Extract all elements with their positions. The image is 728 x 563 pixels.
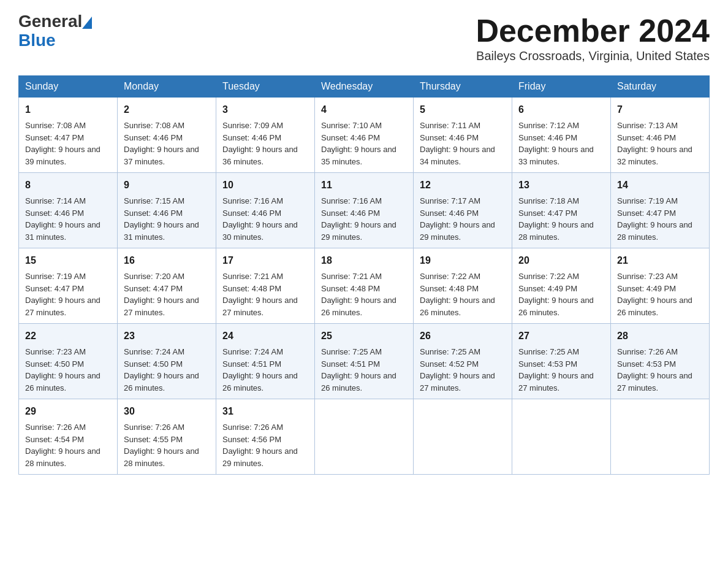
sunrise-text: Sunrise: 7:26 AM	[617, 347, 678, 356]
calendar-cell: 1 Sunrise: 7:08 AM Sunset: 4:47 PM Dayli…	[19, 98, 118, 173]
sunset-text: Sunset: 4:46 PM	[420, 209, 479, 218]
sunset-text: Sunset: 4:48 PM	[420, 284, 479, 293]
week-row-2: 8 Sunrise: 7:14 AM Sunset: 4:46 PM Dayli…	[19, 173, 710, 248]
sunrise-text: Sunrise: 7:24 AM	[124, 347, 184, 356]
calendar-cell: 27 Sunrise: 7:25 AM Sunset: 4:53 PM Dayl…	[512, 324, 611, 399]
sunset-text: Sunset: 4:46 PM	[518, 133, 577, 142]
calendar-cell: 3 Sunrise: 7:09 AM Sunset: 4:46 PM Dayli…	[216, 98, 315, 173]
day-number: 2	[124, 102, 210, 117]
sunrise-text: Sunrise: 7:26 AM	[25, 423, 86, 432]
day-number: 21	[617, 253, 703, 268]
day-number: 14	[617, 178, 703, 193]
sunset-text: Sunset: 4:46 PM	[25, 209, 84, 218]
sunset-text: Sunset: 4:47 PM	[25, 133, 84, 142]
day-number: 5	[420, 102, 506, 117]
daylight-text: Daylight: 9 hours and 26 minutes.	[518, 296, 594, 317]
day-number: 17	[222, 253, 308, 268]
daylight-text: Daylight: 9 hours and 29 minutes.	[420, 220, 495, 242]
weekday-header-row: Sunday Monday Tuesday Wednesday Thursday…	[19, 76, 710, 98]
sunset-text: Sunset: 4:56 PM	[222, 435, 281, 444]
calendar-cell: 10 Sunrise: 7:16 AM Sunset: 4:46 PM Dayl…	[216, 173, 315, 248]
week-row-5: 29 Sunrise: 7:26 AM Sunset: 4:54 PM Dayl…	[19, 399, 710, 475]
day-number: 19	[420, 253, 506, 268]
daylight-text: Daylight: 9 hours and 29 minutes.	[321, 220, 396, 242]
calendar-cell: 6 Sunrise: 7:12 AM Sunset: 4:46 PM Dayli…	[512, 98, 611, 173]
sunrise-text: Sunrise: 7:08 AM	[25, 121, 86, 130]
daylight-text: Daylight: 9 hours and 27 minutes.	[222, 296, 298, 317]
sunrise-text: Sunrise: 7:26 AM	[222, 423, 283, 432]
sunset-text: Sunset: 4:47 PM	[124, 284, 183, 293]
daylight-text: Daylight: 9 hours and 27 minutes.	[25, 296, 100, 317]
sunset-text: Sunset: 4:52 PM	[420, 359, 479, 369]
day-number: 22	[25, 329, 111, 343]
calendar-cell: 19 Sunrise: 7:22 AM Sunset: 4:48 PM Dayl…	[414, 248, 512, 324]
day-number: 25	[321, 329, 407, 343]
sunrise-text: Sunrise: 7:19 AM	[617, 196, 678, 205]
day-number: 4	[321, 102, 407, 117]
daylight-text: Daylight: 9 hours and 28 minutes.	[124, 446, 199, 468]
daylight-text: Daylight: 9 hours and 28 minutes.	[25, 446, 100, 468]
sunset-text: Sunset: 4:48 PM	[321, 284, 380, 293]
daylight-text: Daylight: 9 hours and 27 minutes.	[518, 371, 594, 393]
sunrise-text: Sunrise: 7:21 AM	[222, 272, 283, 281]
daylight-text: Daylight: 9 hours and 26 minutes.	[420, 296, 495, 317]
daylight-text: Daylight: 9 hours and 26 minutes.	[617, 296, 692, 317]
sunrise-text: Sunrise: 7:18 AM	[518, 196, 579, 205]
month-title: December 2024	[476, 12, 710, 49]
calendar-cell	[611, 399, 710, 475]
sunset-text: Sunset: 4:50 PM	[124, 359, 183, 369]
week-row-3: 15 Sunrise: 7:19 AM Sunset: 4:47 PM Dayl…	[19, 248, 710, 324]
logo: General Blue	[18, 12, 92, 50]
sunrise-text: Sunrise: 7:16 AM	[321, 196, 382, 205]
svg-marker-0	[82, 17, 92, 29]
daylight-text: Daylight: 9 hours and 33 minutes.	[518, 145, 594, 166]
daylight-text: Daylight: 9 hours and 26 minutes.	[25, 371, 100, 393]
sunrise-text: Sunrise: 7:16 AM	[222, 196, 283, 205]
day-number: 6	[518, 102, 604, 117]
calendar-cell: 17 Sunrise: 7:21 AM Sunset: 4:48 PM Dayl…	[216, 248, 315, 324]
calendar-cell: 9 Sunrise: 7:15 AM Sunset: 4:46 PM Dayli…	[118, 173, 216, 248]
header-monday: Monday	[118, 76, 216, 98]
calendar-cell: 13 Sunrise: 7:18 AM Sunset: 4:47 PM Dayl…	[512, 173, 611, 248]
sunset-text: Sunset: 4:46 PM	[321, 209, 380, 218]
calendar-cell: 8 Sunrise: 7:14 AM Sunset: 4:46 PM Dayli…	[19, 173, 118, 248]
sunrise-text: Sunrise: 7:13 AM	[617, 121, 678, 130]
calendar-cell: 16 Sunrise: 7:20 AM Sunset: 4:47 PM Dayl…	[118, 248, 216, 324]
sunset-text: Sunset: 4:46 PM	[222, 133, 281, 142]
sunrise-text: Sunrise: 7:24 AM	[222, 347, 283, 356]
sunset-text: Sunset: 4:46 PM	[124, 133, 183, 142]
daylight-text: Daylight: 9 hours and 31 minutes.	[25, 220, 100, 242]
sunset-text: Sunset: 4:47 PM	[25, 284, 84, 293]
daylight-text: Daylight: 9 hours and 27 minutes.	[617, 371, 692, 393]
logo-general: General	[18, 12, 82, 31]
sunset-text: Sunset: 4:46 PM	[617, 133, 676, 142]
calendar-cell: 15 Sunrise: 7:19 AM Sunset: 4:47 PM Dayl…	[19, 248, 118, 324]
daylight-text: Daylight: 9 hours and 31 minutes.	[124, 220, 199, 242]
day-number: 12	[420, 178, 506, 193]
calendar-cell: 11 Sunrise: 7:16 AM Sunset: 4:46 PM Dayl…	[315, 173, 414, 248]
sunset-text: Sunset: 4:49 PM	[617, 284, 676, 293]
calendar-cell: 22 Sunrise: 7:23 AM Sunset: 4:50 PM Dayl…	[19, 324, 118, 399]
calendar-cell: 2 Sunrise: 7:08 AM Sunset: 4:46 PM Dayli…	[118, 98, 216, 173]
header-friday: Friday	[512, 76, 611, 98]
calendar-cell: 12 Sunrise: 7:17 AM Sunset: 4:46 PM Dayl…	[414, 173, 512, 248]
calendar-cell: 23 Sunrise: 7:24 AM Sunset: 4:50 PM Dayl…	[118, 324, 216, 399]
sunrise-text: Sunrise: 7:17 AM	[420, 196, 480, 205]
calendar-table: Sunday Monday Tuesday Wednesday Thursday…	[18, 75, 710, 475]
location-title: Baileys Crossroads, Virginia, United Sta…	[476, 49, 710, 63]
daylight-text: Daylight: 9 hours and 35 minutes.	[321, 145, 396, 166]
calendar-cell	[315, 399, 414, 475]
calendar-cell: 28 Sunrise: 7:26 AM Sunset: 4:53 PM Dayl…	[611, 324, 710, 399]
day-number: 15	[25, 253, 111, 268]
calendar-cell	[512, 399, 611, 475]
day-number: 11	[321, 178, 407, 193]
sunset-text: Sunset: 4:51 PM	[222, 359, 281, 369]
sunrise-text: Sunrise: 7:25 AM	[518, 347, 579, 356]
calendar-cell: 24 Sunrise: 7:24 AM Sunset: 4:51 PM Dayl…	[216, 324, 315, 399]
day-number: 23	[124, 329, 210, 343]
sunrise-text: Sunrise: 7:11 AM	[420, 121, 480, 130]
header-wednesday: Wednesday	[315, 76, 414, 98]
day-number: 24	[222, 329, 308, 343]
day-number: 7	[617, 102, 703, 117]
daylight-text: Daylight: 9 hours and 29 minutes.	[222, 446, 298, 468]
